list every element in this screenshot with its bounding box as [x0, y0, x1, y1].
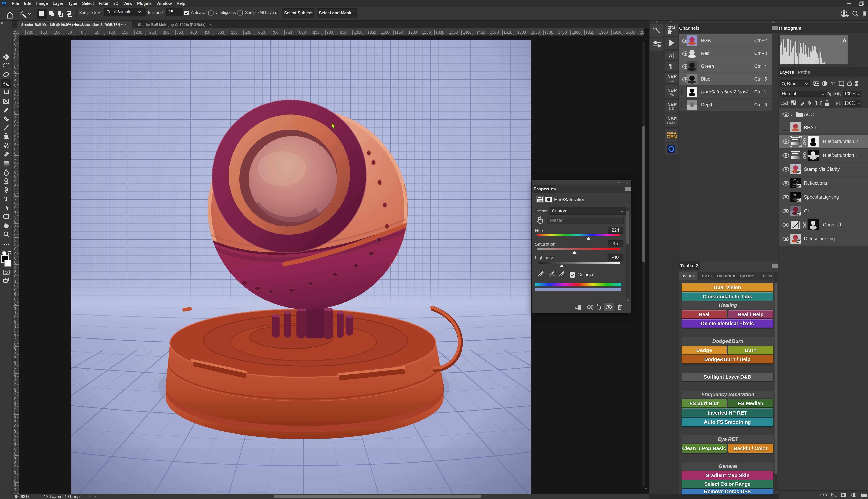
svg-text:0: 0	[81, 30, 83, 35]
svg-text:fx: fx	[831, 492, 834, 497]
svg-text:1: 1	[14, 375, 16, 379]
svg-text:NBP: NBP	[667, 116, 677, 121]
svg-text:250: 250	[13, 30, 20, 35]
svg-text:1: 1	[14, 324, 16, 329]
svg-text:0: 0	[14, 147, 16, 151]
svg-text:0: 0	[14, 297, 16, 302]
svg-text:0: 0	[14, 315, 16, 319]
svg-text:200: 200	[136, 30, 142, 35]
svg-text:1900: 1900	[599, 30, 608, 35]
svg-text:NBP: NBP	[667, 102, 677, 107]
svg-text:400: 400	[190, 30, 197, 35]
svg-text:2050: 2050	[640, 30, 644, 35]
svg-text:0: 0	[14, 256, 16, 260]
svg-text:4: 4	[14, 392, 16, 397]
svg-text:1100: 1100	[381, 30, 389, 35]
svg-text:¶: ¶	[669, 63, 672, 70]
svg-text:5: 5	[14, 188, 16, 192]
svg-text:1650: 1650	[531, 30, 540, 35]
svg-text:0: 0	[14, 424, 16, 428]
svg-text:0: 0	[14, 288, 16, 292]
svg-text:3: 3	[14, 379, 16, 383]
svg-text:5: 5	[14, 156, 16, 161]
svg-text:200: 200	[27, 30, 33, 35]
svg-text:5: 5	[14, 301, 16, 306]
svg-text:1050: 1050	[367, 30, 376, 35]
svg-text:NBP: NBP	[667, 74, 677, 79]
svg-text:5: 5	[14, 215, 16, 219]
svg-text:0: 0	[14, 65, 16, 70]
svg-text:1150: 1150	[394, 30, 403, 35]
svg-text:Fs: Fs	[669, 92, 674, 97]
svg-text:-: -	[563, 274, 564, 278]
svg-text:1: 1	[14, 429, 16, 434]
svg-text:7: 7	[14, 474, 16, 479]
svg-text:NBP: NBP	[667, 88, 677, 93]
svg-text:650: 650	[258, 30, 265, 35]
svg-text:1600: 1600	[517, 30, 526, 35]
svg-text:1200: 1200	[408, 30, 417, 35]
svg-text:2: 2	[14, 338, 16, 342]
svg-text:8: 8	[14, 224, 16, 229]
svg-text:A: A	[669, 53, 672, 58]
svg-text:0: 0	[14, 397, 16, 401]
svg-text:5: 5	[14, 328, 16, 333]
svg-text:1700: 1700	[544, 30, 553, 35]
svg-text:4: 4	[14, 115, 16, 120]
svg-text:50: 50	[95, 30, 99, 35]
svg-text:T: T	[4, 195, 8, 202]
svg-text:900: 900	[326, 30, 333, 35]
svg-text:0: 0	[14, 83, 16, 87]
svg-text:5: 5	[14, 492, 16, 494]
svg-text:5: 5	[14, 433, 16, 438]
svg-text:Lz: Lz	[669, 78, 674, 83]
svg-text:6: 6	[14, 170, 16, 174]
svg-text:0: 0	[14, 260, 16, 265]
svg-text:0: 0	[14, 233, 16, 238]
svg-text:5: 5	[14, 242, 16, 247]
svg-text:0: 0	[14, 42, 16, 46]
svg-text:5: 5	[14, 133, 16, 138]
svg-text:0: 0	[14, 96, 16, 101]
svg-text:0: 0	[14, 38, 16, 42]
svg-text:3: 3	[14, 88, 16, 93]
svg-text:0: 0	[14, 219, 16, 223]
svg-text:1: 1	[14, 306, 16, 311]
svg-text:1: 1	[14, 279, 16, 283]
svg-text:800: 800	[299, 30, 306, 35]
svg-text:600: 600	[244, 30, 251, 35]
svg-text:300: 300	[163, 30, 169, 35]
svg-text:350: 350	[176, 30, 183, 35]
svg-text:1: 1	[14, 361, 16, 365]
svg-text:0: 0	[14, 192, 16, 196]
svg-text:5: 5	[14, 106, 16, 110]
svg-text:1350: 1350	[449, 30, 458, 35]
svg-text:5: 5	[14, 143, 16, 147]
svg-text:0: 0	[14, 124, 16, 128]
svg-text:750: 750	[286, 30, 292, 35]
svg-text:7: 7	[14, 488, 16, 492]
svg-text:500: 500	[217, 30, 224, 35]
svg-text:1: 1	[14, 320, 16, 325]
svg-text:1: 1	[14, 402, 16, 406]
svg-text:150: 150	[40, 30, 47, 35]
svg-text:T: T	[831, 81, 835, 86]
svg-text:6: 6	[14, 447, 16, 451]
svg-text:250: 250	[149, 30, 156, 35]
svg-text:850: 850	[313, 30, 319, 35]
svg-text:1800: 1800	[572, 30, 580, 35]
svg-text:0: 0	[14, 202, 16, 206]
svg-text:0: 0	[14, 369, 16, 374]
svg-text:1550: 1550	[503, 30, 512, 35]
svg-text:1950: 1950	[613, 30, 621, 35]
svg-text:950: 950	[340, 30, 347, 35]
svg-text:6: 6	[14, 461, 16, 465]
svg-text:8: 8	[14, 238, 16, 243]
svg-text:1850: 1850	[586, 30, 594, 35]
svg-text:GEN: GEN	[667, 134, 677, 139]
svg-text:0: 0	[14, 451, 16, 455]
svg-text:5: 5	[14, 383, 16, 387]
svg-text:1: 1	[14, 47, 16, 52]
svg-text:0: 0	[14, 178, 16, 183]
svg-text:2: 2	[14, 61, 16, 65]
